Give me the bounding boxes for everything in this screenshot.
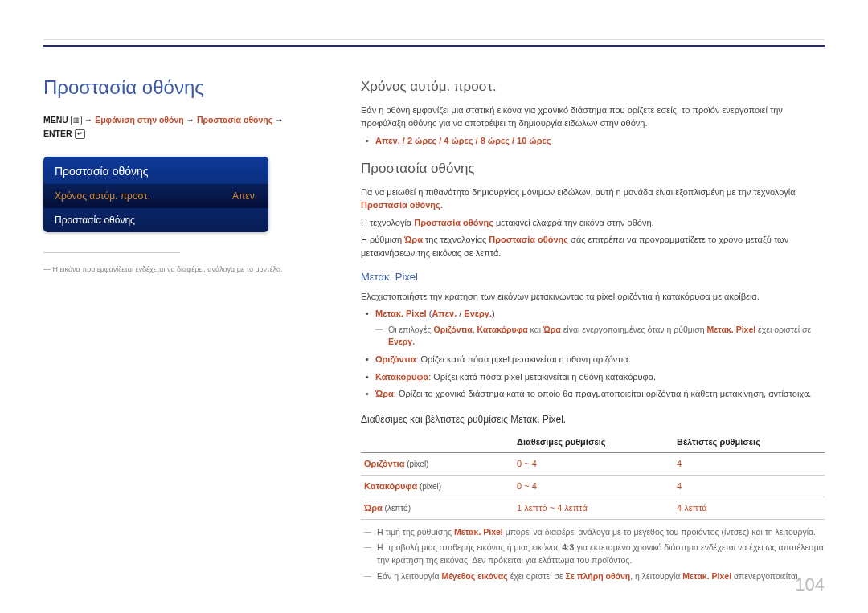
sec2-p3: Η ρύθμιση Ώρα της τεχνολογίας Προστασία …: [361, 233, 825, 260]
sec1-title: Χρόνος αυτόμ. προστ.: [361, 76, 825, 97]
pixel-heading: Μετακ. Pixel: [361, 269, 825, 285]
pixel-bullets: Μετακ. Pixel (Απεν. / Ενεργ.) Οι επιλογέ…: [361, 307, 825, 401]
sec2-p2: Η τεχνολογία Προστασία οθόνης μετακινεί …: [361, 216, 825, 230]
table-row: Οριζόντια (pixel) 0 ~ 4 4: [361, 453, 825, 476]
dash-icon: ―: [43, 265, 51, 273]
pixel-bullet-3: Κατακόρυφα: Ορίζει κατά πόσα pixel μετακ…: [361, 370, 825, 384]
left-footnote: ― Η εικόνα που εμφανίζεται ενδέχεται να …: [43, 264, 329, 275]
osd-row1-label: Χρόνος αυτόμ. προστ.: [55, 190, 150, 202]
header-rule: [43, 45, 825, 47]
left-footnote-text: Η εικόνα που εμφανίζεται ενδέχεται να δι…: [53, 265, 283, 273]
breadcrumb-enter-label: ENTER: [43, 129, 72, 138]
breadcrumb-seg-1: Εμφάνιση στην οθόνη: [95, 115, 183, 125]
pixel-b1-subnote: Οι επιλογές Οριζόντια, Κατακόρυφα και Ώρ…: [375, 324, 825, 349]
pixel-p1: Ελαχιστοποιήστε την κράτηση των εικόνων …: [361, 290, 825, 304]
breadcrumb-menu-label: MENU: [43, 115, 68, 125]
sec2-title: Προστασία οθόνης: [361, 158, 825, 179]
pixel-footnotes: Η τιμή της ρύθμισης Μετακ. Pixel μπορεί …: [364, 526, 825, 583]
osd-menu-title: Προστασία οθόνης: [43, 157, 268, 184]
left-column: Προστασία οθόνης MENU ▥ → Εμφάνιση στην …: [43, 76, 329, 586]
divider: [43, 252, 180, 253]
pixel-bullet-1: Μετακ. Pixel (Απεν. / Ενεργ.) Οι επιλογέ…: [361, 307, 825, 349]
breadcrumb-arrow-1: →: [84, 115, 95, 125]
settings-table: Διαθέσιμες ρυθμίσεις Βέλτιστες ρυθμίσεις…: [361, 431, 825, 520]
pixel-bullet-2: Οριζόντια: Ορίζει κατά πόσα pixel μετακι…: [361, 353, 825, 366]
sec1-bullets: Απεν. / 2 ώρες / 4 ώρες / 8 ώρες / 10 ώρ…: [361, 134, 825, 148]
sec1-p1: Εάν η οθόνη εμφανίζει μια στατική εικόνα…: [361, 104, 825, 130]
osd-row1-value: Απεν.: [232, 190, 257, 202]
osd-row2-label: Προστασία οθόνης: [55, 215, 135, 226]
osd-menu-panel: Προστασία οθόνης Χρόνος αυτόμ. προστ. Απ…: [43, 157, 268, 232]
pixel-bullet-1-sub: Οι επιλογές Οριζόντια, Κατακόρυφα και Ώρ…: [375, 324, 825, 349]
page-title: Προστασία οθόνης: [43, 76, 329, 99]
table-caption: Διαθέσιμες και βέλτιστες ρυθμίσεις Μετακ…: [361, 412, 825, 427]
pixel-bullet-4: Ώρα: Ορίζει το χρονικό διάστημα κατά το …: [361, 387, 825, 401]
th-best: Βέλτιστες ρυθμίσεις: [674, 431, 825, 453]
table-row: Ώρα (λεπτά) 1 λεπτό ~ 4 λεπτά 4 λεπτά: [361, 497, 825, 520]
footnote-2: Η προβολή μιας σταθερής εικόνας ή μιας ε…: [364, 541, 825, 567]
menu-icon: ▥: [71, 116, 82, 125]
breadcrumb-arrow-2: →: [186, 115, 197, 125]
osd-menu-row-1[interactable]: Χρόνος αυτόμ. προστ. Απεν.: [43, 184, 268, 208]
th-available: Διαθέσιμες ρυθμίσεις: [514, 431, 674, 453]
table-header-row: Διαθέσιμες ρυθμίσεις Βέλτιστες ρυθμίσεις: [361, 431, 825, 453]
osd-menu-row-2[interactable]: Προστασία οθόνης: [43, 208, 268, 232]
th-empty: [361, 431, 514, 453]
sec2-p1: Για να μειωθεί η πιθανότητα δημιουργίας …: [361, 186, 825, 212]
sec1-bullet-1-text: Απεν. / 2 ώρες / 4 ώρες / 8 ώρες / 10 ώρ…: [375, 136, 551, 145]
right-column: Χρόνος αυτόμ. προστ. Εάν η οθόνη εμφανίζ…: [361, 76, 825, 586]
breadcrumb-seg-2: Προστασία οθόνης: [197, 115, 272, 125]
page-number: 104: [795, 574, 825, 595]
footnote-3: Εάν η λειτουργία Μέγεθος εικόνας έχει ορ…: [364, 570, 825, 583]
breadcrumb: MENU ▥ → Εμφάνιση στην οθόνη → Προστασία…: [43, 113, 329, 141]
breadcrumb-arrow-3: →: [275, 115, 284, 125]
enter-icon: ↵: [75, 129, 85, 139]
sec1-bullet-1: Απεν. / 2 ώρες / 4 ώρες / 8 ώρες / 10 ώρ…: [361, 134, 825, 148]
page-content: Προστασία οθόνης MENU ▥ → Εμφάνιση στην …: [0, 0, 868, 613]
table-row: Κατακόρυφα (pixel) 0 ~ 4 4: [361, 475, 825, 497]
footnote-1: Η τιμή της ρύθμισης Μετακ. Pixel μπορεί …: [364, 526, 825, 539]
